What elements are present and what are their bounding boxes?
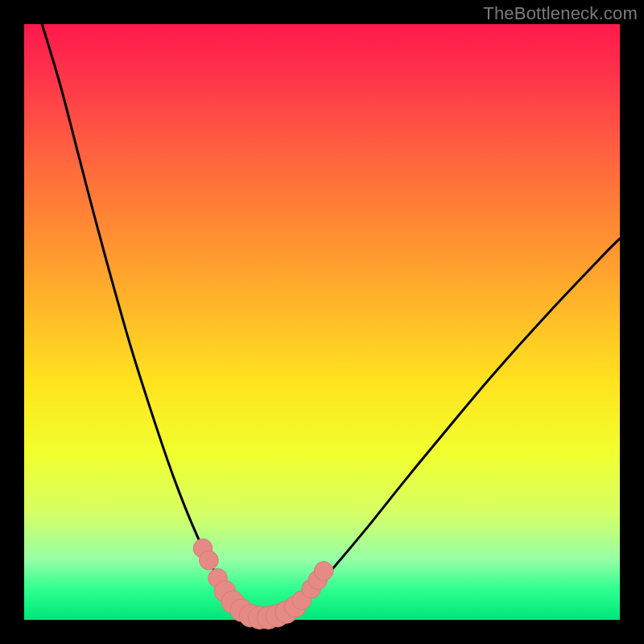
bottleneck-curve bbox=[42, 24, 620, 618]
chart-frame: TheBottleneck.com bbox=[0, 0, 644, 644]
chart-svg bbox=[24, 24, 620, 620]
gradient-plot-area bbox=[24, 24, 620, 620]
marker-layer bbox=[193, 539, 333, 629]
watermark-text: TheBottleneck.com bbox=[483, 3, 638, 24]
curve-layer bbox=[42, 24, 620, 618]
right-highlight-marker bbox=[314, 561, 333, 580]
left-highlight-marker bbox=[200, 551, 219, 570]
